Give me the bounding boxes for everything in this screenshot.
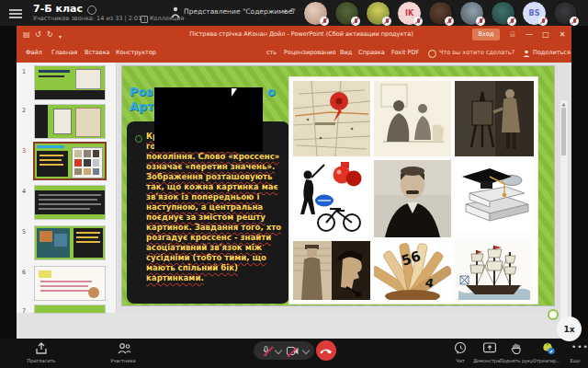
slide-title-fragment: Роз bbox=[130, 85, 153, 98]
slide-thumbnail-2[interactable] bbox=[35, 105, 105, 138]
share-person-icon bbox=[523, 50, 530, 57]
chat-icon[interactable] bbox=[454, 342, 467, 354]
gallery-icon[interactable] bbox=[141, 16, 148, 23]
more-label: Еще bbox=[562, 358, 588, 363]
tab-partial[interactable]: сть bbox=[266, 49, 277, 56]
tab-insert[interactable]: Вставка bbox=[85, 49, 110, 56]
hang-up-button[interactable] bbox=[316, 340, 336, 361]
mouse-cursor bbox=[232, 88, 237, 97]
tab-help[interactable]: Справка bbox=[358, 49, 385, 56]
grid-image-sailing-ship[interactable] bbox=[455, 241, 534, 300]
thumb-number: 1 bbox=[22, 68, 26, 75]
tab-review[interactable]: Рецензирование bbox=[284, 49, 336, 56]
tell-me-bulb-icon bbox=[428, 50, 436, 58]
avatar[interactable] bbox=[334, 1, 359, 26]
tab-file[interactable]: Файл bbox=[26, 49, 42, 56]
undo-icon[interactable]: ↺ bbox=[35, 30, 41, 39]
teams-top-bar: 7-Б клас Участников звонка: 14 из 33 | 2… bbox=[0, 0, 588, 26]
participants-label: Участники bbox=[99, 358, 147, 363]
grid-image-man-at-easel[interactable] bbox=[455, 81, 534, 156]
avatar[interactable] bbox=[366, 1, 390, 26]
mic-muted-badge bbox=[570, 17, 579, 26]
shared-screen: ▤ ↺ ↻ ▾ Пістрява стрічка АКонан Дойл - P… bbox=[17, 26, 571, 339]
avatar[interactable] bbox=[428, 1, 453, 26]
more-options-icon[interactable]: ••• bbox=[571, 342, 584, 354]
ribbon-tabs: Файл Главная Вставка Конструктор сть Рец… bbox=[17, 44, 571, 63]
animation-indicator-icon bbox=[548, 309, 559, 320]
powerpoint-workspace: 1 2 3 bbox=[17, 63, 571, 313]
grid-image-graduation-cap-books[interactable] bbox=[455, 160, 534, 232]
invite-icon[interactable] bbox=[35, 342, 48, 354]
share-button[interactable]: Поделиться bbox=[533, 49, 571, 56]
powerpoint-title-bar: ▤ ↺ ↻ ▾ Пістрява стрічка АКонан Дойл - P… bbox=[17, 26, 571, 44]
slide-thumbnail-6[interactable] bbox=[35, 267, 105, 300]
document-title: Пістрява стрічка АКонан Дойл - PowerPoin… bbox=[154, 30, 448, 38]
avatar[interactable] bbox=[491, 1, 515, 26]
minimize-button[interactable]: — bbox=[520, 26, 538, 44]
gear-icon[interactable] bbox=[87, 6, 96, 15]
avatar[interactable]: IK bbox=[397, 1, 422, 26]
mic-muted-badge bbox=[538, 17, 548, 26]
save-icon[interactable]: ▤ bbox=[23, 30, 30, 39]
avatar[interactable] bbox=[303, 1, 328, 26]
scroll-up-icon[interactable]: ▲ bbox=[562, 101, 566, 107]
slide-thumbnail-3-selected[interactable] bbox=[35, 144, 105, 178]
grid-image-sports-clipart[interactable] bbox=[293, 160, 370, 237]
avatar-initials: BS bbox=[529, 9, 540, 17]
view-mode-label[interactable]: Представление "Содержимое" bbox=[184, 7, 296, 16]
tab-view[interactable]: Вид bbox=[340, 49, 352, 56]
meeting-title: 7-Б клас bbox=[33, 3, 83, 15]
react-emoji-icon[interactable] bbox=[540, 342, 553, 354]
mic-muted-badge bbox=[507, 17, 516, 26]
camera-options-chevron-icon[interactable] bbox=[302, 347, 310, 354]
mic-muted-badge bbox=[320, 17, 329, 26]
grid-image-open-book-with-numbers[interactable]: 56 4 bbox=[374, 241, 451, 300]
view-mode-dash: - bbox=[273, 7, 276, 16]
close-button[interactable]: ✕ bbox=[553, 26, 571, 44]
invite-label: Пригласить bbox=[15, 358, 68, 363]
playback-speed-badge[interactable]: 1x bbox=[557, 316, 582, 341]
slide-thumbnail-5[interactable] bbox=[35, 226, 105, 259]
vertical-scrollbar[interactable]: ▲ ▼ bbox=[560, 99, 569, 351]
call-info: Участников звонка: 14 из 33 | 2:01 | bbox=[33, 15, 146, 22]
hidden-participants-count[interactable]: + 5 bbox=[282, 7, 294, 16]
camera-off-icon[interactable] bbox=[287, 347, 298, 354]
scrollbar-thumb[interactable] bbox=[561, 108, 566, 155]
avatar[interactable] bbox=[553, 1, 578, 26]
avatar[interactable] bbox=[459, 1, 484, 26]
raise-hand-icon[interactable] bbox=[511, 342, 524, 354]
redo-icon[interactable]: ↻ bbox=[47, 30, 53, 39]
slide-title-fragment: о bbox=[267, 85, 276, 98]
mic-options-chevron-icon[interactable] bbox=[275, 347, 282, 354]
thumb-number: 7 bbox=[22, 307, 26, 315]
hamburger-menu-icon[interactable] bbox=[9, 7, 22, 20]
grid-image-sherlock-holmes-photos[interactable] bbox=[293, 241, 370, 300]
participants-icon[interactable] bbox=[118, 342, 130, 354]
qat-customize-icon[interactable]: ▾ bbox=[59, 32, 62, 40]
maximize-button[interactable]: □ bbox=[537, 26, 555, 44]
tab-design[interactable]: Конструктор bbox=[116, 49, 156, 56]
tab-home[interactable]: Главная bbox=[51, 49, 77, 56]
slide-thumbnail-1[interactable] bbox=[35, 66, 105, 99]
grid-image-map-with-red-pin[interactable] bbox=[293, 81, 370, 156]
mic-muted-icon[interactable] bbox=[263, 346, 268, 355]
thumb-number: 5 bbox=[22, 228, 26, 236]
mic-muted-badge bbox=[382, 17, 391, 26]
grid-image-conan-doyle-portrait[interactable] bbox=[374, 160, 451, 237]
sign-in-button[interactable]: Вход bbox=[472, 29, 500, 40]
thumb-number: 2 bbox=[22, 107, 26, 114]
avatar[interactable]: BS bbox=[522, 1, 547, 26]
ribbon-display-icon[interactable]: ⌸ bbox=[503, 26, 522, 44]
grid-image-victorian-women[interactable] bbox=[374, 81, 451, 156]
mic-muted-badge bbox=[351, 17, 360, 26]
slide-thumbnail-7[interactable] bbox=[35, 305, 105, 313]
thumb-number: 3 bbox=[22, 147, 26, 155]
presenter-icon bbox=[171, 6, 180, 18]
screen-share-icon[interactable] bbox=[483, 342, 496, 354]
tab-foxit-pdf[interactable]: Foxit PDF bbox=[391, 49, 419, 56]
tell-me-box[interactable]: Что вы хотите сделать? bbox=[439, 49, 514, 56]
slide-thumbnail-4[interactable] bbox=[35, 186, 105, 219]
bullet-icon bbox=[135, 135, 142, 143]
avatar-initials: IK bbox=[405, 9, 413, 17]
mic-muted-badge bbox=[476, 17, 485, 26]
